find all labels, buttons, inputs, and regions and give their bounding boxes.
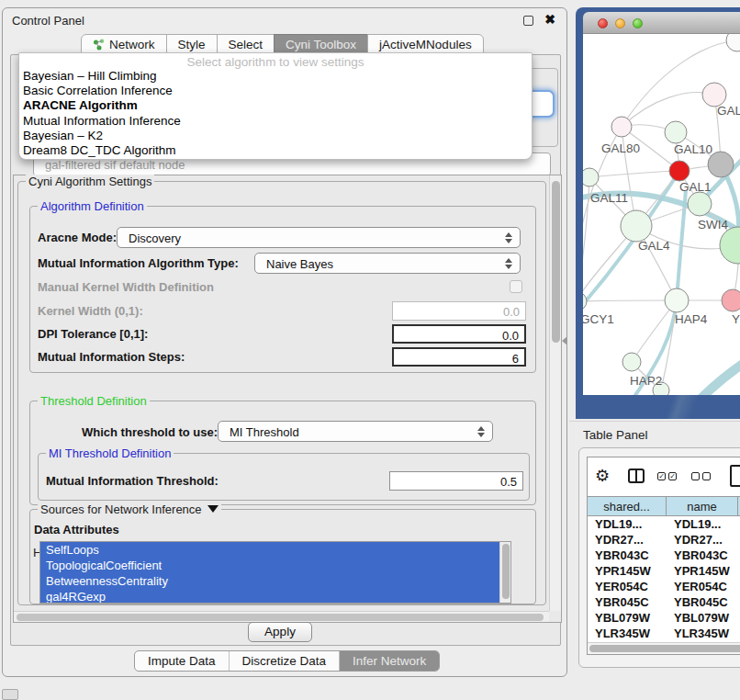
algorithm-definition-title: Algorithm Definition — [38, 199, 147, 213]
table-row[interactable]: YDL19...YDL19...13 — [588, 516, 740, 532]
algorithm-option[interactable]: Basic Correlation Inference — [19, 84, 532, 98]
gear-icon[interactable]: ⚙ — [595, 466, 610, 486]
algorithm-option[interactable]: Mutual Information Inference — [19, 114, 532, 129]
combo-stepper-icon — [477, 425, 485, 438]
table-row[interactable]: YBR045CYBR045C9. — [588, 594, 740, 610]
table-panel-title: Table Panel — [583, 428, 648, 442]
column-header[interactable]: shared... — [588, 497, 667, 515]
algorithm-option[interactable]: Bayesian – Hill Climbing — [19, 69, 532, 84]
tab-label: Style — [178, 38, 206, 51]
attribute-item[interactable]: SelfLoops — [40, 542, 499, 558]
network-data-combo-value: gal-filtered sif default node — [45, 158, 185, 172]
algorithm-option[interactable]: ARACNE Algorithm — [19, 98, 532, 113]
aracne-mode-combo[interactable]: Discovery — [117, 227, 521, 248]
float-window-icon[interactable] — [523, 16, 533, 26]
attributes-scrollbar-thumb[interactable] — [502, 544, 510, 599]
table-row[interactable]: YPR145WYPR145W9. — [588, 563, 740, 579]
table-row[interactable]: YLR345WYLR345W9. — [588, 626, 740, 641]
table-cell: YLR345W — [667, 626, 738, 641]
attributes-scrollbar[interactable] — [499, 542, 510, 603]
aracne-mode-label: Aracne Mode: — [38, 231, 117, 244]
tab-discretize-data[interactable]: Discretize Data — [229, 651, 340, 671]
minimized-panel-tab[interactable] — [2, 689, 18, 700]
zoom-traffic-light-icon[interactable] — [633, 18, 643, 28]
close-icon[interactable]: ✖ — [544, 12, 555, 27]
network-node[interactable] — [726, 34, 740, 51]
cyni-algorithm-settings-group: Cyni Algorithm Settings Algorithm Defini… — [17, 181, 546, 605]
node-label: GAL80 — [601, 141, 640, 155]
minimize-traffic-light-icon[interactable] — [615, 18, 625, 28]
node-label: HAP4 — [675, 312, 708, 326]
columns-icon[interactable] — [628, 469, 645, 483]
node-label: HAP2 — [630, 374, 662, 388]
table-cell: YBL079W — [667, 610, 738, 626]
document-icon[interactable] — [730, 465, 740, 487]
which-threshold-combo[interactable]: MI Threshold — [218, 421, 493, 442]
attribute-item[interactable]: gal4RGexp — [40, 589, 499, 604]
network-edge — [589, 171, 679, 177]
attribute-item[interactable]: BetweennessCentrality — [40, 573, 499, 589]
settings-vertical-scrollbar[interactable] — [549, 175, 561, 611]
network-edge — [698, 360, 740, 395]
attribute-item[interactable]: TopologicalCoefficient — [40, 558, 499, 573]
network-edge — [622, 93, 714, 127]
table-horizontal-scrollbar[interactable] — [588, 642, 740, 654]
settings-scrollpane: Cyni Algorithm Settings Algorithm Defini… — [13, 175, 562, 623]
apply-button[interactable]: Apply — [248, 622, 312, 642]
manual-kernel-checkbox[interactable] — [510, 280, 522, 293]
table-cell: YBR043C — [667, 548, 738, 563]
network-node[interactable] — [669, 161, 690, 181]
network-window-titlebar[interactable] — [583, 12, 740, 34]
table-cell: YPR145W — [667, 563, 738, 579]
table-row[interactable]: YER054CYER054C8. — [588, 579, 740, 594]
mi-type-value: Naive Bayes — [266, 257, 333, 271]
table-cell: YBR045C — [667, 594, 738, 610]
table-row[interactable]: YDR27...YDR27...12 — [588, 532, 740, 548]
table-grid: shared...name YDL19...YDL19...13YDR27...… — [588, 496, 740, 654]
tab-impute-data[interactable]: Impute Data — [135, 651, 229, 671]
network-canvas[interactable]: GALGAL80GAL10GAL1GAL11SWI4GAL4GCY1HAP4YH… — [583, 34, 740, 395]
dpi-tolerance-field[interactable]: 0.0 — [392, 324, 526, 344]
deselect-all-checks-icon[interactable] — [691, 472, 711, 480]
table-cell: YDR27... — [588, 532, 667, 548]
mi-threshold-field[interactable]: 0.5 — [389, 471, 523, 491]
algorithm-option[interactable]: Dream8 DC_TDC Algorithm — [19, 143, 532, 158]
table-header-row: shared...name — [588, 496, 740, 516]
panel-collapse-handle[interactable] — [562, 336, 567, 345]
algorithm-definition-group: Algorithm Definition Aracne Mode: Discov… — [29, 206, 536, 373]
table-row[interactable]: YBL079WYBL079W — [588, 610, 740, 626]
select-all-checks-icon[interactable]: ✓✓ — [657, 472, 677, 480]
network-node[interactable] — [720, 227, 740, 264]
settings-hscrollbar-thumb[interactable] — [17, 614, 544, 621]
data-attributes-list[interactable]: SelfLoopsTopologicalCoefficientBetweenne… — [39, 541, 511, 604]
network-node[interactable] — [583, 168, 599, 186]
cyni-toolbox-panel: gal-filtered sif default node Select alg… — [10, 54, 561, 646]
network-node[interactable] — [722, 289, 740, 311]
table-hscrollbar-thumb[interactable] — [589, 645, 740, 652]
node-label: Y — [732, 312, 740, 326]
network-node[interactable] — [688, 192, 712, 216]
cyni-settings-title: Cyni Algorithm Settings — [26, 175, 154, 188]
network-node[interactable] — [622, 353, 641, 371]
close-traffic-light-icon[interactable] — [598, 18, 608, 28]
column-header[interactable]: name — [667, 497, 738, 515]
mi-steps-field[interactable]: 6 — [392, 347, 526, 367]
settings-horizontal-scrollbar[interactable] — [14, 611, 549, 622]
network-node[interactable] — [665, 121, 687, 143]
mi-type-label: Mutual Information Algorithm Type: — [38, 256, 239, 270]
network-window-bottom-frame — [583, 395, 740, 419]
network-node[interactable] — [621, 210, 652, 242]
settings-vscrollbar-thumb[interactable] — [552, 181, 560, 343]
algorithm-dropdown-popup: Select algorithm to view settings Bayesi… — [18, 52, 533, 160]
sources-title[interactable]: Sources for Network Inference — [38, 502, 221, 516]
table-cell: YBR045C — [588, 594, 667, 610]
kernel-width-field[interactable]: 0.0 — [392, 301, 526, 321]
network-node[interactable] — [583, 292, 587, 310]
network-node[interactable] — [611, 117, 632, 137]
table-cell: YLR345W — [588, 626, 667, 641]
algorithm-option[interactable]: Bayesian – K2 — [19, 129, 532, 143]
tab-infer-network[interactable]: Infer Network — [339, 651, 439, 671]
table-row[interactable]: YBR043CYBR043C — [588, 548, 740, 563]
network-node[interactable] — [665, 288, 689, 312]
mi-type-combo[interactable]: Naive Bayes — [254, 253, 521, 274]
